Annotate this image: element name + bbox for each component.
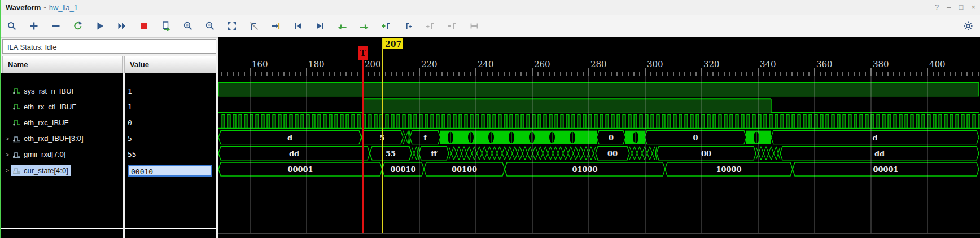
zoom-out-button[interactable] — [202, 18, 218, 34]
waveform-svg[interactable]: 160180200220240260280300320340360380400d… — [218, 37, 980, 238]
window-title: Waveform — [6, 3, 41, 12]
toolbar-cell — [67, 17, 89, 35]
run-trigger-button[interactable] — [91, 18, 108, 34]
svg-text:00010: 00010 — [390, 165, 415, 174]
restart-button[interactable] — [69, 18, 86, 34]
svg-text:00: 00 — [701, 149, 711, 158]
signal-row-gmii_rxd70[interactable]: >gmii_rxd[7:0] — [1, 147, 123, 162]
signal-name-label[interactable]: sys_rst_n_IBUF — [11, 86, 78, 96]
zoom-out-icon — [205, 21, 215, 31]
goto-first-button[interactable] — [290, 18, 307, 34]
toolbar-cell — [375, 17, 397, 35]
signal-row-eth_rxc_ibuf[interactable]: eth_rxc_IBUF — [1, 114, 123, 130]
toolbar-cell — [265, 17, 287, 35]
gear-icon — [963, 21, 973, 31]
column-header-name[interactable]: Name — [2, 56, 123, 73]
search-button[interactable] — [3, 18, 20, 34]
goto-last-button[interactable] — [312, 18, 329, 34]
signal-name-label[interactable]: eth_rxd_IBUF[3:0] — [11, 133, 86, 144]
toolbar-cell — [331, 17, 353, 35]
help-button[interactable]: ? — [935, 0, 939, 15]
signal-name-text: eth_rxc_IBUF — [24, 118, 68, 127]
signal-value-1: 1 — [128, 83, 219, 99]
next-transition-button[interactable] — [356, 18, 373, 34]
signal-name-text: gmii_rxd[7:0] — [24, 150, 65, 158]
zoom-fit-button[interactable] — [224, 18, 240, 34]
prev-transition-button[interactable] — [334, 18, 351, 34]
add-marker-icon — [381, 21, 391, 31]
stop-button[interactable] — [135, 18, 152, 34]
value-edit-box[interactable]: 00010 — [128, 165, 212, 177]
toolbar-cell — [199, 17, 221, 35]
signal-row-cur_state40[interactable]: >cur_state[4:0] — [1, 162, 123, 178]
signal-name-label[interactable]: cur_state[4:0] — [11, 165, 71, 176]
signal-value-6[interactable]: 00010 — [128, 162, 219, 178]
toolbar-cell — [419, 17, 441, 35]
signal-name-label[interactable]: gmii_rxd[7:0] — [11, 149, 68, 160]
prev-marker-button[interactable] — [400, 18, 417, 34]
maximize-button[interactable]: □ — [959, 0, 964, 15]
close-button[interactable]: × — [971, 0, 975, 15]
zoom-in-button[interactable] — [180, 18, 196, 34]
svg-text:400: 400 — [929, 59, 946, 69]
toolbar-cell — [221, 17, 243, 35]
remove-marker-button — [444, 18, 461, 34]
goto-trigger-button[interactable] — [268, 18, 285, 34]
signal-value-5: 55 — [128, 147, 219, 162]
signal-row-eth_rxd_ibuf30[interactable]: >eth_rxd_IBUF[3:0] — [1, 131, 123, 147]
svg-text:380: 380 — [873, 59, 889, 69]
export-button[interactable] — [158, 18, 174, 34]
next-marker-icon — [425, 21, 435, 31]
restart-icon — [73, 21, 83, 31]
toolbar — [1, 15, 980, 38]
minimize-button[interactable]: – — [947, 0, 951, 15]
toolbar-cell — [1, 17, 23, 35]
run-immediate-button[interactable] — [113, 18, 130, 34]
waveform-canvas[interactable]: 160180200220240260280300320340360380400d… — [218, 37, 980, 238]
expand-chevron-icon[interactable]: > — [3, 151, 11, 158]
settings-button[interactable] — [960, 18, 977, 34]
expand-chevron-icon[interactable]: > — [3, 135, 11, 142]
toolbar-cell — [397, 17, 419, 35]
svg-text:207: 207 — [385, 39, 401, 49]
measure-icon — [469, 21, 479, 31]
toolbar-right — [960, 18, 977, 34]
svg-text:180: 180 — [308, 59, 325, 69]
svg-text:0: 0 — [609, 134, 614, 142]
toolbar-cell — [463, 17, 485, 35]
svg-text:220: 220 — [421, 59, 438, 69]
svg-text:320: 320 — [703, 59, 720, 69]
add-icon — [29, 21, 39, 31]
toolbar-cell — [177, 17, 199, 35]
zoom-fit-icon — [227, 21, 237, 31]
svg-text:360: 360 — [816, 59, 833, 69]
waveform-window: Waveform - hw_ila_1 ?–□× ILA Status: Idl… — [0, 0, 980, 238]
remove-button[interactable] — [47, 18, 64, 34]
expand-chevron-icon[interactable]: > — [3, 167, 11, 174]
svg-text:00: 00 — [607, 149, 618, 158]
svg-text:d: d — [287, 134, 292, 142]
toolbar-cell — [45, 17, 67, 35]
bus-signal-icon — [12, 151, 21, 158]
toolbar-buttons — [1, 17, 485, 35]
single-bit-signal-icon — [12, 103, 21, 111]
signal-name-text: eth_rx_ctl_IBUF — [24, 103, 76, 111]
svg-text:01000: 01000 — [572, 165, 597, 174]
svg-text:0: 0 — [693, 134, 698, 142]
add-button[interactable] — [25, 18, 42, 34]
signal-name-label[interactable]: eth_rxc_IBUF — [11, 117, 71, 128]
signal-name-text: cur_state[4:0] — [24, 166, 68, 175]
window-controls: ?–□× — [935, 0, 975, 15]
signal-row-sys_rst_n_ibuf[interactable]: sys_rst_n_IBUF — [1, 83, 123, 99]
signal-row-eth_rx_ctl_ibuf[interactable]: eth_rx_ctl_IBUF — [1, 99, 123, 114]
trigger-off-button[interactable] — [246, 18, 262, 34]
svg-text:00100: 00100 — [452, 165, 477, 174]
signal-name-label[interactable]: eth_rx_ctl_IBUF — [11, 102, 79, 112]
column-header-value[interactable]: Value — [124, 56, 216, 73]
add-marker-button[interactable] — [378, 18, 395, 34]
svg-text:300: 300 — [647, 59, 663, 69]
titlebar[interactable]: Waveform - hw_ila_1 ?–□× — [1, 0, 980, 15]
prev-transition-icon — [337, 21, 347, 31]
ila-core-link[interactable]: hw_ila_1 — [49, 3, 78, 12]
svg-text:160: 160 — [252, 59, 268, 69]
